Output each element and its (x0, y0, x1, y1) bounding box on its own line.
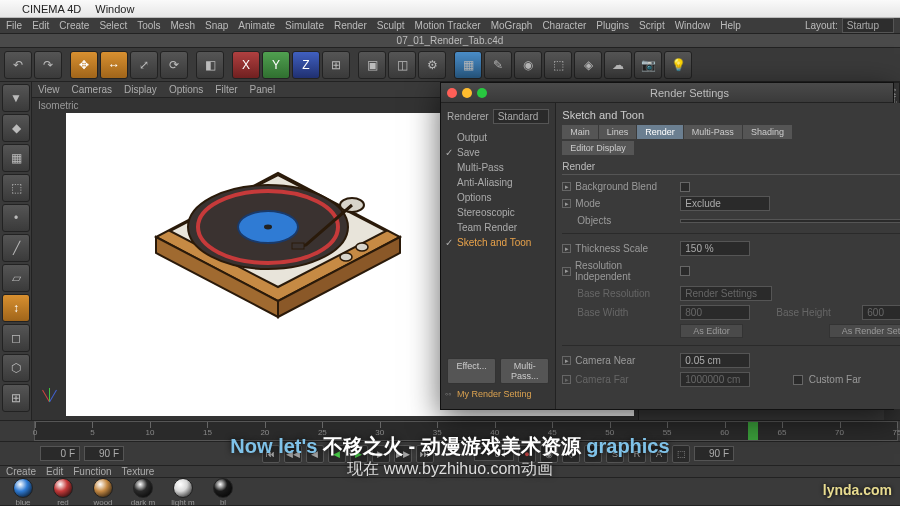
preview-end-field[interactable]: 90 F (694, 446, 734, 461)
zoom-icon[interactable] (477, 88, 487, 98)
base-res-select[interactable]: Render Settings (680, 286, 772, 301)
recent-tool-icon[interactable]: ◧ (196, 51, 224, 79)
viewmenu-view[interactable]: View (38, 84, 60, 95)
texture-mode-icon[interactable]: ▦ (2, 144, 30, 172)
mode-select[interactable]: Exclude (680, 196, 770, 211)
menu-render[interactable]: Render (334, 20, 367, 31)
render-region-icon[interactable]: ◫ (388, 51, 416, 79)
move-tool-icon[interactable]: ↔ (100, 51, 128, 79)
custom-far-checkbox[interactable] (793, 375, 803, 385)
environment-icon[interactable]: ☁ (604, 51, 632, 79)
scale-key-icon[interactable]: S (606, 445, 624, 463)
rotate-tool-icon[interactable]: ⟳ (160, 51, 188, 79)
expander-icon[interactable]: ▸ (562, 375, 571, 384)
goto-key-prev-icon[interactable]: ◀◀ (284, 445, 302, 463)
material-swatch[interactable]: dark m (124, 478, 162, 506)
axis-y-icon[interactable]: Y (262, 51, 290, 79)
bg-blend-checkbox[interactable] (680, 182, 690, 192)
material-swatch[interactable]: blue (4, 478, 42, 506)
render-settings-window[interactable]: Render Settings Renderer Standard Output… (440, 82, 894, 410)
layout-selector[interactable]: Layout: Startup (805, 18, 894, 33)
goto-key-next-icon[interactable]: ▶▶ (394, 445, 412, 463)
render-option-save[interactable]: Save (443, 145, 553, 160)
objects-field[interactable] (680, 219, 900, 223)
render-settings-titlebar[interactable]: Render Settings (441, 83, 893, 103)
goto-end-icon[interactable]: ⏭ (416, 445, 434, 463)
renderer-select[interactable]: Standard (493, 109, 550, 124)
menu-script[interactable]: Script (639, 20, 665, 31)
playhead[interactable] (748, 422, 758, 440)
menu-simulate[interactable]: Simulate (285, 20, 324, 31)
res-indep-checkbox[interactable] (680, 266, 690, 276)
my-render-setting[interactable]: My Render Setting (443, 386, 553, 405)
generator-icon[interactable]: ⬚ (544, 51, 572, 79)
viewmenu-filter[interactable]: Filter (215, 84, 237, 95)
effect-button[interactable]: Effect... (447, 358, 496, 384)
mac-menu-window[interactable]: Window (95, 3, 134, 15)
expander-icon[interactable]: ▸ (562, 267, 571, 276)
menu-plugins[interactable]: Plugins (596, 20, 629, 31)
render-option-options[interactable]: Options (443, 190, 553, 205)
as-editor-button[interactable]: As Editor (680, 324, 743, 338)
render-option-sketch-and-toon[interactable]: Sketch and Toon (443, 235, 553, 250)
play-forward-icon[interactable]: ▶ (350, 445, 368, 463)
mac-menubar[interactable]: CINEMA 4D Window (0, 0, 900, 18)
play-backward-icon[interactable]: ◀ (328, 445, 346, 463)
base-height-field[interactable]: 600 (862, 305, 900, 320)
expander-icon[interactable]: ▸ (562, 199, 571, 208)
viewmenu-panel[interactable]: Panel (250, 84, 276, 95)
expander-icon[interactable]: ▸ (562, 244, 571, 253)
polygon-mode-icon[interactable]: ▱ (2, 264, 30, 292)
menu-edit[interactable]: Edit (32, 20, 49, 31)
render-view-icon[interactable]: ▣ (358, 51, 386, 79)
snap-enable-icon[interactable]: ⬡ (2, 354, 30, 382)
frame-back-icon[interactable]: ◀ (306, 445, 324, 463)
camera-near-field[interactable]: 0.05 cm (680, 353, 750, 368)
thickness-field[interactable]: 150 % (680, 241, 750, 256)
tab-shading[interactable]: Shading (743, 125, 792, 139)
frame-start-field[interactable]: 0 F (40, 446, 80, 461)
layout-field[interactable]: Startup (842, 18, 894, 33)
menu-mograph[interactable]: MoGraph (491, 20, 533, 31)
viewmenu-display[interactable]: Display (124, 84, 157, 95)
camera-far-field[interactable]: 1000000 cm (680, 372, 750, 387)
expander-icon[interactable]: ▸ (562, 356, 571, 365)
expander-icon[interactable]: ▸ (562, 182, 571, 191)
tab-render[interactable]: Render (637, 125, 683, 139)
mac-app-name[interactable]: CINEMA 4D (22, 3, 81, 15)
menu-mesh[interactable]: Mesh (171, 20, 195, 31)
menu-character[interactable]: Character (542, 20, 586, 31)
timeline[interactable]: 051015202530354045505560657075 (0, 420, 900, 442)
matmenu-create[interactable]: Create (6, 466, 36, 477)
matmenu-function[interactable]: Function (73, 466, 111, 477)
point-mode-icon[interactable]: • (2, 204, 30, 232)
keyframe-sel-icon[interactable]: ◇ (562, 445, 580, 463)
menu-select[interactable]: Select (99, 20, 127, 31)
close-icon[interactable] (447, 88, 457, 98)
as-render-button[interactable]: As Render Settings (829, 324, 900, 338)
workplane-icon[interactable]: ⬚ (2, 174, 30, 202)
tab-lines[interactable]: Lines (599, 125, 637, 139)
render-option-stereoscopic[interactable]: Stereoscopic (443, 205, 553, 220)
goto-start-icon[interactable]: ⏮ (262, 445, 280, 463)
deformer-icon[interactable]: ◈ (574, 51, 602, 79)
redo-icon[interactable]: ↷ (34, 51, 62, 79)
multipass-button[interactable]: Multi-Pass... (500, 358, 549, 384)
render-option-multi-pass[interactable]: Multi-Pass (443, 160, 553, 175)
menu-file[interactable]: File (6, 20, 22, 31)
render-settings-icon[interactable]: ⚙ (418, 51, 446, 79)
menu-animate[interactable]: Animate (238, 20, 275, 31)
tab-main[interactable]: Main (562, 125, 598, 139)
material-swatch[interactable]: red (44, 478, 82, 506)
viewmenu-cameras[interactable]: Cameras (72, 84, 113, 95)
menu-motiontracker[interactable]: Motion Tracker (415, 20, 481, 31)
record-key-icon[interactable]: ● (518, 445, 536, 463)
light-icon[interactable]: 💡 (664, 51, 692, 79)
undo-icon[interactable]: ↶ (4, 51, 32, 79)
render-option-output[interactable]: Output (443, 130, 553, 145)
viewport-solo-icon[interactable]: ◻ (2, 324, 30, 352)
workplane-snap-icon[interactable]: ⊞ (2, 384, 30, 412)
base-width-field[interactable]: 800 (680, 305, 750, 320)
material-swatch[interactable]: bl (204, 478, 242, 506)
viewmenu-options[interactable]: Options (169, 84, 203, 95)
